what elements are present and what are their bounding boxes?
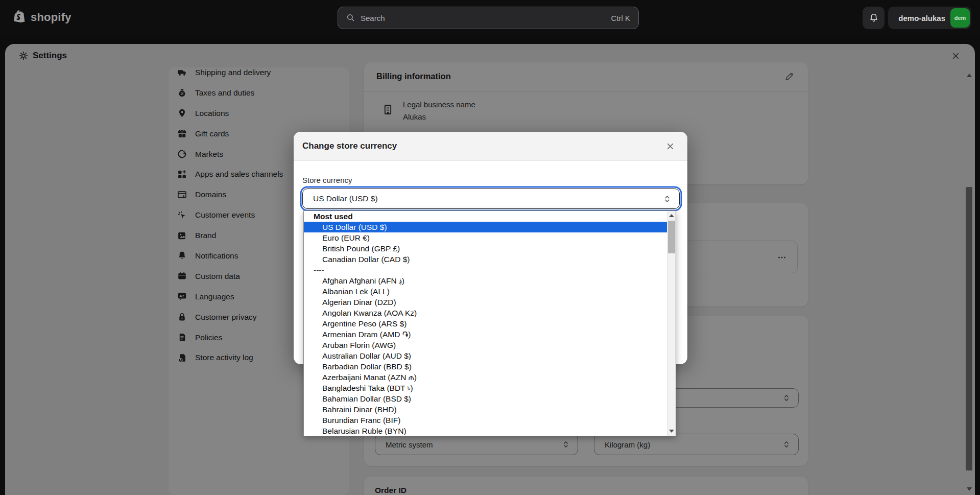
shopify-bag-icon [13, 9, 27, 25]
dropdown-option[interactable]: Argentine Peso (ARS $) [304, 318, 667, 329]
search-shortcut: Ctrl K [611, 14, 631, 22]
dropdown-option[interactable]: Canadian Dollar (CAD $) [304, 254, 667, 265]
user-name: demo-alukas [898, 14, 945, 22]
dropdown-option[interactable]: Afghan Afghani (AFN ؋) [304, 275, 667, 286]
currency-option-list: Most usedUS Dollar (USD $)Euro (EUR €)Br… [304, 211, 667, 436]
dropdown-option[interactable]: Armenian Dram (AMD ֏) [304, 329, 667, 340]
dropdown-option[interactable]: Bahraini Dinar (BHD) [304, 405, 667, 415]
dropdown-option[interactable]: US Dollar (USD $) [304, 222, 667, 232]
dropdown-option[interactable]: Australian Dollar (AUD $) [304, 351, 667, 362]
dropdown-option[interactable]: Bahamian Dollar (BSD $) [304, 394, 667, 405]
stepper-icon [662, 194, 672, 204]
user-menu-button[interactable]: demo-alukas dem [888, 7, 971, 29]
dropdown-option[interactable]: Burundian Franc (BIF) [304, 415, 667, 426]
dropdown-option[interactable]: Bangladeshi Taka (BDT ৳) [304, 383, 667, 394]
scroll-down-arrow[interactable] [669, 430, 674, 433]
store-currency-label: Store currency [302, 176, 352, 184]
dropdown-option[interactable]: Aruban Florin (AWG) [304, 340, 667, 351]
dropdown-scrollbar [667, 211, 676, 436]
scroll-up-arrow[interactable] [669, 214, 674, 217]
search-icon [346, 13, 355, 22]
dropdown-group-label: Most used [304, 211, 667, 222]
modal-title: Change store currency [302, 141, 397, 151]
notifications-button[interactable] [863, 7, 885, 29]
store-currency-select[interactable]: US Dollar (USD $) [302, 188, 680, 209]
dropdown-option[interactable]: British Pound (GBP £) [304, 243, 667, 254]
dropdown-option[interactable]: Albanian Lek (ALL) [304, 286, 667, 297]
dropdown-option[interactable]: Barbadian Dollar (BBD $) [304, 362, 667, 372]
currency-dropdown: Most usedUS Dollar (USD $)Euro (EUR €)Br… [303, 210, 676, 436]
top-bar: shopify Search Ctrl K demo-alukas dem [0, 0, 980, 36]
dropdown-option[interactable]: Algerian Dinar (DZD) [304, 297, 667, 308]
dropdown-separator: ---- [304, 265, 667, 275]
search-placeholder: Search [361, 14, 606, 22]
dropdown-option[interactable]: Azerbaijani Manat (AZN ₼) [304, 372, 667, 383]
shopify-logo[interactable]: shopify [13, 9, 71, 25]
modal-close-icon[interactable] [665, 142, 675, 151]
scrollbar-thumb[interactable] [668, 221, 675, 253]
search-input[interactable]: Search Ctrl K [338, 7, 639, 29]
store-currency-value: US Dollar (USD $) [313, 194, 378, 203]
avatar: dem [950, 8, 970, 28]
brand-text: shopify [31, 11, 71, 24]
dropdown-option[interactable]: Belarusian Ruble (BYN) [304, 426, 667, 436]
dropdown-option[interactable]: Euro (EUR €) [304, 232, 667, 243]
dropdown-option[interactable]: Angolan Kwanza (AOA Kz) [304, 308, 667, 318]
bell-icon [869, 13, 879, 23]
